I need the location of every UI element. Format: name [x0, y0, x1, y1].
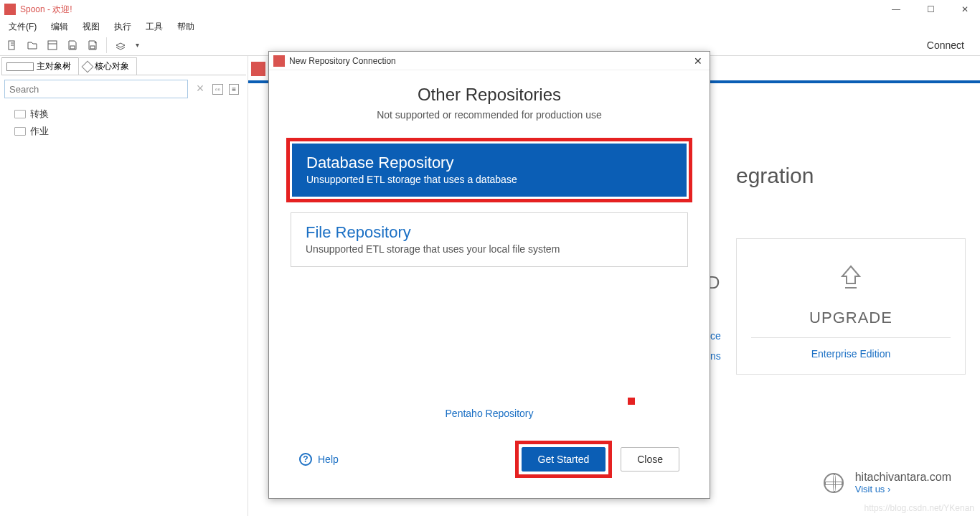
app-icon	[4, 4, 16, 15]
annotation-highlight-getstarted: Get Started	[515, 441, 613, 478]
window-title: Spoon - 欢迎!	[20, 4, 885, 16]
save-icon[interactable]	[65, 37, 80, 53]
repo-file-title: File Repository	[306, 223, 673, 242]
annotation-dot	[628, 398, 635, 405]
connect-link[interactable]: Connect	[927, 39, 976, 51]
sidebar-tab-main-label: 主对象树	[37, 60, 71, 72]
welcome-tab-icon[interactable]	[251, 62, 265, 76]
pencil-icon	[82, 60, 94, 72]
dialog-close-icon[interactable]: ✕	[691, 55, 705, 67]
dialog-subheading: Not supported or recommended for product…	[281, 109, 698, 121]
help-icon: ?	[299, 453, 312, 466]
brand-domain: hitachivantara.com	[855, 471, 951, 484]
enterprise-edition-link[interactable]: Enterprise Edition	[751, 348, 951, 360]
repo-option-database[interactable]: Database Repository Unsupported ETL stor…	[292, 144, 687, 197]
repo-file-desc: Unsupported ETL storage that uses your l…	[306, 243, 673, 255]
watermark: https://blog.csdn.net/YKenan	[864, 503, 974, 513]
svg-rect-4	[90, 46, 95, 49]
svg-rect-3	[70, 46, 75, 49]
help-label: Help	[318, 454, 339, 465]
sidebar-tab-core-label: 核心对象	[95, 60, 129, 72]
svg-point-5	[95, 42, 96, 43]
visit-us-link[interactable]: Visit us ›	[855, 484, 951, 494]
divider	[751, 337, 951, 338]
dialog-heading: Other Repositories	[281, 85, 698, 105]
save-as-icon[interactable]	[85, 37, 100, 53]
globe-icon	[824, 473, 844, 493]
footer-brand: hitachivantara.com Visit us ›	[824, 471, 951, 494]
sidebar-tab-core[interactable]: 核心对象	[78, 57, 137, 75]
sidebar: 主对象树 核心对象 × ▫▫ ≡ 转换 作业	[0, 56, 248, 516]
side-link-1[interactable]: ce	[710, 326, 721, 346]
menu-view[interactable]: 视图	[77, 19, 105, 34]
perspective-icon[interactable]	[113, 37, 128, 53]
menu-bar: 文件(F) 编辑 视图 执行 工具 帮助	[0, 19, 980, 34]
folder-icon	[14, 127, 26, 136]
tree-icon	[6, 62, 34, 71]
new-file-icon[interactable]	[4, 37, 20, 53]
dialog-titlebar[interactable]: New Repository Connection ✕	[269, 52, 710, 70]
annotation-highlight-db: Database Repository Unsupported ETL stor…	[286, 138, 692, 202]
repo-db-title: Database Repository	[306, 154, 672, 172]
sidebar-tab-main[interactable]: 主对象树	[1, 57, 79, 75]
clear-search-icon[interactable]: ×	[192, 81, 208, 97]
collapse-all-icon[interactable]: ≡	[229, 84, 239, 95]
repo-option-file[interactable]: File Repository Unsupported ETL storage …	[291, 212, 688, 267]
close-window-button[interactable]: ✕	[954, 4, 976, 14]
open-file-icon[interactable]	[24, 37, 40, 53]
menu-run[interactable]: 执行	[108, 19, 137, 34]
get-started-button[interactable]: Get Started	[522, 447, 606, 472]
toolbar-divider	[106, 37, 107, 53]
menu-file[interactable]: 文件(F)	[3, 19, 42, 34]
search-input[interactable]	[4, 80, 188, 98]
repo-db-desc: Unsupported ETL storage that uses a data…	[306, 174, 672, 185]
dialog-app-icon	[273, 55, 285, 67]
maximize-button[interactable]: ☐	[920, 4, 941, 14]
folder-icon	[14, 110, 26, 118]
side-link-2[interactable]: ns	[710, 346, 721, 366]
upgrade-title: UPGRADE	[751, 309, 951, 327]
upload-arrow-icon	[751, 261, 951, 301]
tree-item-transform-label: 转换	[30, 108, 49, 121]
perspective-dropdown-icon[interactable]: ▾	[133, 37, 141, 53]
upgrade-card: UPGRADE Enterprise Edition	[736, 238, 966, 375]
new-repository-dialog: New Repository Connection ✕ Other Reposi…	[268, 51, 710, 499]
dialog-title: New Repository Connection	[289, 56, 691, 66]
welcome-heading: egration	[736, 164, 966, 188]
svg-rect-1	[48, 41, 57, 50]
tree-item-job[interactable]: 作业	[14, 123, 233, 140]
tree-item-job-label: 作业	[30, 125, 49, 138]
minimize-button[interactable]: —	[885, 4, 907, 14]
pentaho-repository-link[interactable]: Pentaho Repository	[281, 408, 698, 419]
close-button[interactable]: Close	[621, 447, 679, 472]
tree-item-transform[interactable]: 转换	[14, 105, 233, 123]
menu-edit[interactable]: 编辑	[45, 19, 74, 34]
expand-all-icon[interactable]: ▫▫	[212, 84, 223, 95]
explore-icon[interactable]	[44, 37, 60, 53]
menu-tools[interactable]: 工具	[140, 19, 169, 34]
help-link[interactable]: ? Help	[299, 453, 339, 466]
menu-help[interactable]: 帮助	[171, 19, 200, 34]
window-titlebar: Spoon - 欢迎! — ☐ ✕	[0, 0, 980, 19]
